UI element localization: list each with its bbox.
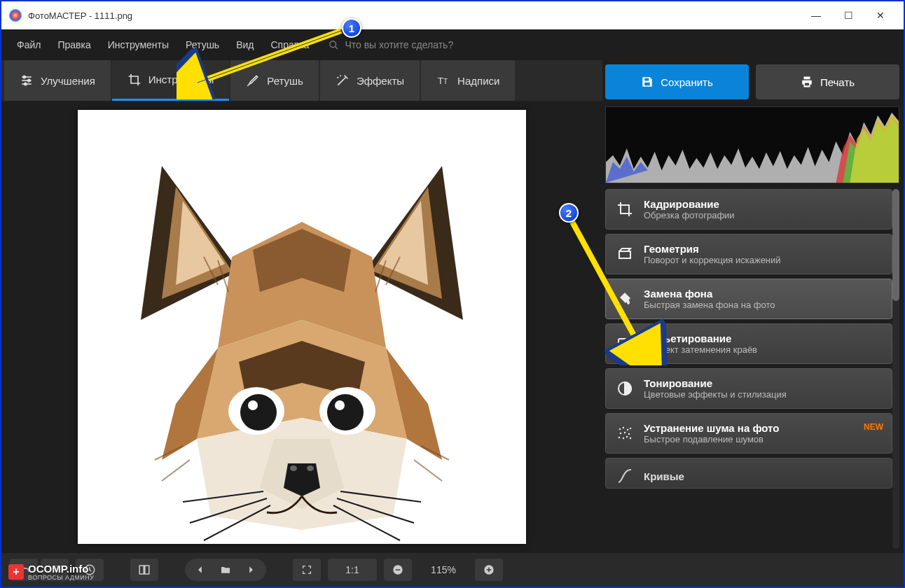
- annotation-bubble-2: 2: [559, 203, 579, 223]
- svg-rect-68: [396, 569, 401, 570]
- curves-icon: [616, 467, 634, 485]
- svg-point-8: [25, 83, 27, 85]
- tab-enhance[interactable]: Улучшения: [4, 60, 111, 101]
- svg-point-28: [327, 394, 364, 430]
- annotation-bubble-1: 1: [342, 18, 361, 38]
- svg-point-61: [623, 438, 624, 439]
- svg-point-51: [621, 341, 629, 346]
- tool-desc: Цветовые эффекты и стилизация: [644, 389, 787, 400]
- svg-point-56: [630, 428, 631, 429]
- tab-label: Эффекты: [357, 75, 404, 87]
- save-button[interactable]: Сохранить: [605, 64, 749, 99]
- tool-curves[interactable]: Кривые: [605, 458, 892, 489]
- tab-retouch[interactable]: Ретушь: [230, 60, 319, 101]
- window-title: ФотоМАСТЕР - 1111.png: [28, 10, 800, 21]
- tool-geometry[interactable]: Геометрия Поворот и коррекция искажений: [605, 234, 892, 274]
- tool-desc: Быстрая замена фона на фото: [644, 300, 775, 310]
- tab-effects[interactable]: Эффекты: [320, 60, 420, 101]
- tool-background-replace[interactable]: Замена фона Быстрая замена фона на фото: [605, 279, 892, 319]
- tool-desc: Обрезка фотографии: [644, 210, 735, 220]
- compare-button[interactable]: [130, 559, 158, 581]
- badge-new: NEW: [864, 422, 883, 432]
- svg-point-33: [290, 465, 297, 471]
- svg-rect-49: [619, 251, 630, 258]
- menubar: Файл Правка Инструменты Ретушь Вид Справ…: [1, 29, 904, 60]
- tool-crop[interactable]: Кадрирование Обрезка фотографии: [605, 189, 892, 230]
- maximize-button[interactable]: ☐: [832, 5, 864, 26]
- watermark-sub: ВОПРОСЫ АДМИНУ: [28, 574, 95, 581]
- tab-text[interactable]: TT Надписи: [421, 60, 515, 101]
- svg-point-30: [335, 400, 345, 410]
- noise-icon: [616, 424, 634, 442]
- tone-icon: [616, 379, 634, 398]
- canvas-column: Улучшения Инструменты Ретушь Эффекты TT …: [1, 60, 602, 553]
- search-area[interactable]: Что вы хотите сделать?: [329, 39, 453, 50]
- tool-title: Виньетирование: [644, 332, 757, 344]
- menu-file[interactable]: Файл: [10, 35, 48, 55]
- workspace: Улучшения Инструменты Ретушь Эффекты TT …: [1, 60, 904, 553]
- svg-point-7: [28, 79, 30, 81]
- tool-denoise[interactable]: Устранение шума на фото Быстрое подавлен…: [605, 413, 892, 454]
- zoom-out-button[interactable]: [384, 559, 412, 581]
- menu-view[interactable]: Вид: [229, 35, 261, 55]
- open-folder-button[interactable]: [213, 559, 238, 581]
- close-button[interactable]: ✕: [864, 5, 897, 26]
- tool-title: Устранение шума на фото: [644, 422, 779, 434]
- svg-point-6: [23, 76, 25, 78]
- tool-desc: Эффект затемнения краёв: [644, 344, 757, 355]
- zoom-in-button[interactable]: [475, 559, 503, 581]
- menu-tools[interactable]: Инструменты: [101, 35, 176, 55]
- svg-point-53: [619, 428, 621, 430]
- ratio-button[interactable]: 1:1: [328, 559, 377, 581]
- svg-rect-71: [488, 568, 489, 573]
- fit-screen-button[interactable]: [293, 559, 321, 581]
- tool-vignette[interactable]: Виньетирование Эффект затемнения краёв: [605, 323, 892, 364]
- scrollbar[interactable]: [892, 189, 899, 549]
- svg-line-2: [336, 46, 338, 49]
- brush-icon: [246, 74, 260, 88]
- svg-point-29: [248, 400, 258, 410]
- watermark-brand: OCOMP.info: [28, 563, 88, 575]
- prev-file-button[interactable]: [188, 559, 213, 581]
- search-placeholder: Что вы хотите сделать?: [345, 39, 453, 50]
- svg-point-55: [627, 429, 628, 430]
- wand-icon: [336, 74, 350, 88]
- titlebar: ФотоМАСТЕР - 1111.png — ☐ ✕: [1, 1, 904, 29]
- svg-rect-65: [139, 566, 144, 574]
- print-label: Печать: [820, 76, 855, 88]
- text-icon: TT: [436, 74, 450, 88]
- tool-desc: Поворот и коррекция искажений: [644, 255, 781, 265]
- print-button[interactable]: Печать: [756, 64, 899, 99]
- tool-title: Кадрирование: [644, 198, 735, 210]
- svg-point-59: [628, 433, 630, 435]
- svg-point-27: [240, 394, 277, 430]
- watermark: + OCOMP.info ВОПРОСЫ АДМИНУ: [8, 563, 95, 581]
- bucket-icon: [616, 290, 634, 308]
- tab-label: Надписи: [457, 75, 499, 87]
- action-row: Сохранить Печать: [605, 64, 899, 99]
- svg-point-1: [330, 41, 336, 47]
- tool-list: Кадрирование Обрезка фотографии Геометри…: [605, 189, 899, 549]
- tool-title: Геометрия: [644, 243, 781, 255]
- image-preview: [78, 110, 526, 544]
- minimize-button[interactable]: —: [800, 5, 832, 26]
- tool-title: Тонирование: [644, 377, 787, 389]
- svg-point-54: [623, 427, 624, 428]
- tab-tools[interactable]: Инструменты: [112, 60, 230, 101]
- next-file-button[interactable]: [238, 559, 263, 581]
- histogram: [605, 106, 899, 183]
- vignette-icon: [616, 335, 634, 353]
- tool-toning[interactable]: Тонирование Цветовые эффекты и стилизаци…: [605, 368, 892, 409]
- menu-edit[interactable]: Правка: [50, 35, 97, 55]
- canvas-area[interactable]: [1, 101, 602, 553]
- window-controls: — ☐ ✕: [800, 5, 897, 26]
- scrollbar-thumb[interactable]: [892, 189, 899, 301]
- menu-retouch[interactable]: Ретушь: [179, 35, 226, 55]
- svg-point-58: [624, 432, 626, 433]
- zoom-value: 115%: [419, 559, 468, 581]
- svg-text:T: T: [443, 78, 448, 85]
- svg-point-63: [630, 438, 631, 439]
- menu-help[interactable]: Справка: [263, 35, 316, 55]
- svg-point-0: [9, 9, 22, 22]
- svg-rect-66: [145, 566, 149, 574]
